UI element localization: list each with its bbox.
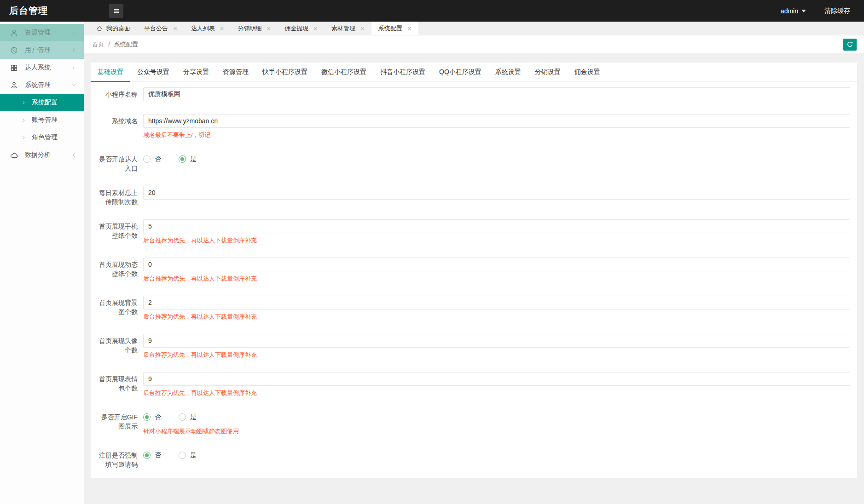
- close-icon[interactable]: ×: [407, 25, 412, 32]
- sidebar-item-2[interactable]: 用户管理: [0, 41, 84, 59]
- field-hint-text: 后台推荐为优先，再以达人下载量倒序补充: [143, 351, 850, 359]
- home-live-wallpaper-count-input[interactable]: [143, 258, 850, 271]
- sidebar-subitem-1[interactable]: 系统配置: [0, 94, 84, 111]
- form-label: 注册是否强制填写邀请码: [97, 451, 138, 469]
- daily-upload-limit-input[interactable]: [143, 186, 850, 200]
- user-name: admin: [781, 7, 798, 15]
- sidebar-item-1[interactable]: 资源管理: [0, 24, 84, 41]
- content-area: 基础设置公众号设置分享设置资源管理快手小程序设置微信小程序设置抖音小程序设置QQ…: [84, 53, 864, 504]
- register-invite-code-radio-group: 否是: [143, 448, 850, 462]
- settings-tab-5[interactable]: 快手小程序设置: [255, 63, 314, 82]
- settings-tab-2[interactable]: 公众号设置: [130, 63, 176, 82]
- form-control: 后台推荐为优先，再以达人下载量倒序补充: [143, 296, 857, 321]
- field-hint-text: 后台推荐为优先，再以达人下载量倒序补充: [143, 389, 850, 397]
- user-menu[interactable]: admin: [781, 7, 806, 15]
- chevron-left-icon: [71, 152, 76, 158]
- form-control: 否是: [143, 448, 857, 469]
- sidebar-item-label: 数据分析: [25, 151, 51, 159]
- refresh-icon: [847, 41, 853, 48]
- settings-tabs: 基础设置公众号设置分享设置资源管理快手小程序设置微信小程序设置抖音小程序设置QQ…: [91, 63, 857, 82]
- chevron-down-icon: [71, 82, 76, 88]
- settings-tab-6[interactable]: 微信小程序设置: [314, 63, 373, 82]
- page-tab-2[interactable]: 平台公告×: [137, 22, 184, 35]
- cloud-icon: [10, 151, 25, 159]
- open-talent-entry-radio-yes[interactable]: 是: [179, 155, 197, 163]
- open-talent-entry-radio-group: 否是: [143, 152, 850, 166]
- page-tab-label: 素材管理: [331, 24, 355, 33]
- field-hint-text: 针对小程序端展示动图或静态图使用: [143, 427, 850, 435]
- close-icon[interactable]: ×: [173, 25, 177, 32]
- home-avatar-count-input[interactable]: [143, 334, 850, 348]
- settings-tab-3[interactable]: 分享设置: [176, 63, 216, 82]
- open-pages-tabstrip: 我的桌面平台公告×达人列表×分销明细×佣金提现×素材管理×系统配置×: [84, 22, 864, 35]
- form-row-home-background-count: 首页展现背景图个数后台推荐为优先，再以达人下载量倒序补充: [97, 296, 857, 321]
- sidebar-item-3[interactable]: 达人系统: [0, 59, 84, 76]
- radio-option-label: 否: [155, 155, 161, 163]
- page-tab-label: 系统配置: [378, 24, 402, 33]
- form-row-system-domain: 系统域名域名最后不要带上/，切记: [97, 114, 857, 139]
- register-invite-code-radio-no[interactable]: 否: [143, 451, 161, 459]
- chevron-down-icon: [801, 10, 806, 15]
- form-row-home-emoji-pack-count: 首页展现表情包个数后台推荐为优先，再以达人下载量倒序补充: [97, 372, 857, 397]
- settings-tab-1[interactable]: 基础设置: [91, 63, 130, 82]
- radio-unchecked-icon: [179, 452, 186, 459]
- sidebar: 资源管理用户管理达人系统系统管理系统配置账号管理角色管理数据分析: [0, 22, 84, 504]
- radio-unchecked-icon: [143, 155, 151, 163]
- menu-toggle-button[interactable]: [109, 4, 123, 18]
- app-title: 后台管理: [0, 5, 84, 17]
- sidebar-item-5[interactable]: 数据分析: [0, 146, 84, 164]
- page-tab-3[interactable]: 达人列表×: [184, 22, 231, 35]
- chevron-left-icon: [71, 30, 76, 35]
- settings-tab-10[interactable]: 分销设置: [528, 63, 568, 82]
- form-control: 后台推荐为优先，再以达人下载量倒序补充: [143, 258, 857, 283]
- sidebar-item-label: 达人系统: [25, 63, 51, 72]
- close-icon[interactable]: ×: [360, 25, 365, 32]
- sidebar-subitem-3[interactable]: 角色管理: [0, 129, 84, 146]
- radio-checked-icon: [143, 413, 151, 421]
- home-emoji-pack-count-input[interactable]: [143, 372, 850, 386]
- gif-display-radio-no[interactable]: 否: [143, 413, 161, 421]
- settings-tab-11[interactable]: 佣金设置: [568, 63, 607, 82]
- page-tab-7[interactable]: 系统配置×: [371, 22, 418, 35]
- form-label: 首页展现表情包个数: [97, 374, 138, 397]
- close-icon[interactable]: ×: [313, 25, 318, 32]
- mini-program-name-input[interactable]: [143, 87, 850, 101]
- radio-option-label: 是: [190, 413, 197, 421]
- home-background-count-input[interactable]: [143, 296, 850, 309]
- system-domain-input[interactable]: [143, 114, 850, 128]
- submenu-item-label: 账号管理: [32, 116, 58, 124]
- radio-checked-icon: [179, 155, 186, 163]
- open-talent-entry-radio-no[interactable]: 否: [143, 155, 161, 163]
- settings-tab-9[interactable]: 系统设置: [488, 63, 528, 82]
- form-label: 首页展现头像个数: [97, 336, 138, 359]
- home-phone-wallpaper-count-input[interactable]: [143, 219, 850, 233]
- page-tab-4[interactable]: 分销明细×: [231, 22, 278, 35]
- breadcrumb-home[interactable]: 首页: [92, 40, 104, 49]
- settings-tab-7[interactable]: 抖音小程序设置: [373, 63, 432, 82]
- page-tab-1[interactable]: 我的桌面: [89, 22, 137, 35]
- settings-tab-8[interactable]: QQ小程序设置: [432, 63, 488, 82]
- form-label: 小程序名称: [97, 90, 138, 101]
- arrow-right-icon: [21, 135, 26, 140]
- breadcrumb-bar: 首页 / 系统配置: [84, 35, 864, 53]
- field-hint-text: 后台推荐为优先，再以达人下载量倒序补充: [143, 313, 850, 321]
- home-icon: [96, 25, 103, 32]
- breadcrumb-separator: /: [108, 41, 110, 48]
- sidebar-subitem-2[interactable]: 账号管理: [0, 111, 84, 129]
- gif-display-radio-group: 否是: [143, 410, 850, 424]
- form-control: 否是针对小程序端展示动图或静态图使用: [143, 410, 857, 435]
- gif-display-radio-yes[interactable]: 是: [179, 413, 197, 421]
- settings-tab-4[interactable]: 资源管理: [216, 63, 255, 82]
- close-icon[interactable]: ×: [220, 25, 224, 32]
- page-tab-6[interactable]: 素材管理×: [325, 22, 371, 35]
- clear-cache-button[interactable]: 清除缓存: [824, 7, 850, 15]
- form-label: 首页展现背景图个数: [97, 298, 138, 321]
- chevron-left-icon: [71, 47, 76, 53]
- register-invite-code-radio-yes[interactable]: 是: [179, 451, 197, 459]
- form-row-gif-display: 是否开启GIF图展示否是针对小程序端展示动图或静态图使用: [97, 410, 857, 435]
- page-tab-label: 分销明细: [238, 24, 262, 33]
- sidebar-item-4[interactable]: 系统管理: [0, 76, 84, 94]
- close-icon[interactable]: ×: [267, 25, 271, 32]
- refresh-button[interactable]: [843, 39, 857, 51]
- page-tab-5[interactable]: 佣金提现×: [278, 22, 325, 35]
